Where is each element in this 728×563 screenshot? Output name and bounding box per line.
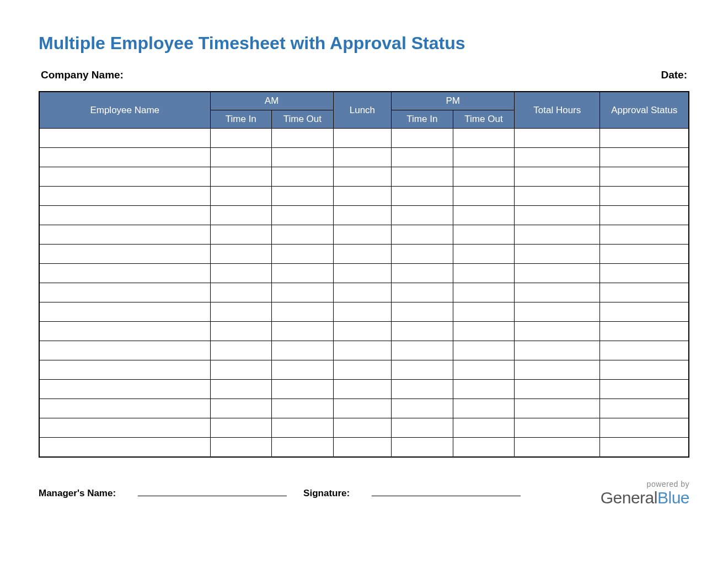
table-cell[interactable] <box>272 341 334 360</box>
table-cell[interactable] <box>333 283 391 302</box>
table-cell[interactable] <box>333 380 391 399</box>
table-cell[interactable] <box>600 360 689 380</box>
table-cell[interactable] <box>210 322 272 341</box>
table-cell[interactable] <box>333 264 391 283</box>
table-cell[interactable] <box>333 167 391 187</box>
table-cell[interactable] <box>600 245 689 264</box>
table-cell[interactable] <box>600 302 689 322</box>
table-cell[interactable] <box>600 264 689 283</box>
table-cell[interactable] <box>453 225 515 245</box>
table-cell[interactable] <box>600 148 689 167</box>
table-cell[interactable] <box>515 302 600 322</box>
table-cell[interactable] <box>333 206 391 225</box>
table-cell[interactable] <box>515 206 600 225</box>
table-cell[interactable] <box>39 129 210 148</box>
table-cell[interactable] <box>333 418 391 438</box>
table-cell[interactable] <box>515 341 600 360</box>
table-cell[interactable] <box>515 438 600 457</box>
table-cell[interactable] <box>453 341 515 360</box>
table-cell[interactable] <box>453 129 515 148</box>
table-cell[interactable] <box>392 225 453 245</box>
table-cell[interactable] <box>210 148 272 167</box>
table-cell[interactable] <box>392 360 453 380</box>
table-cell[interactable] <box>600 206 689 225</box>
signature-line[interactable] <box>372 480 521 496</box>
table-cell[interactable] <box>392 438 453 457</box>
table-cell[interactable] <box>515 264 600 283</box>
table-cell[interactable] <box>210 283 272 302</box>
table-cell[interactable] <box>392 167 453 187</box>
table-cell[interactable] <box>210 438 272 457</box>
table-cell[interactable] <box>600 341 689 360</box>
table-cell[interactable] <box>39 264 210 283</box>
table-cell[interactable] <box>333 302 391 322</box>
table-cell[interactable] <box>272 167 334 187</box>
table-cell[interactable] <box>515 167 600 187</box>
manager-name-line[interactable] <box>138 480 287 496</box>
table-cell[interactable] <box>453 418 515 438</box>
table-cell[interactable] <box>210 187 272 206</box>
table-cell[interactable] <box>515 225 600 245</box>
table-cell[interactable] <box>39 225 210 245</box>
table-cell[interactable] <box>272 225 334 245</box>
table-cell[interactable] <box>39 380 210 399</box>
table-cell[interactable] <box>39 399 210 418</box>
table-cell[interactable] <box>39 302 210 322</box>
table-cell[interactable] <box>453 264 515 283</box>
table-cell[interactable] <box>453 399 515 418</box>
table-cell[interactable] <box>210 341 272 360</box>
table-cell[interactable] <box>210 399 272 418</box>
table-cell[interactable] <box>333 341 391 360</box>
table-cell[interactable] <box>272 418 334 438</box>
table-cell[interactable] <box>210 129 272 148</box>
table-cell[interactable] <box>600 129 689 148</box>
table-cell[interactable] <box>333 438 391 457</box>
table-cell[interactable] <box>515 322 600 341</box>
table-cell[interactable] <box>333 187 391 206</box>
table-cell[interactable] <box>392 380 453 399</box>
table-cell[interactable] <box>392 148 453 167</box>
table-cell[interactable] <box>392 302 453 322</box>
table-cell[interactable] <box>453 438 515 457</box>
table-cell[interactable] <box>453 206 515 225</box>
table-cell[interactable] <box>272 322 334 341</box>
table-cell[interactable] <box>515 399 600 418</box>
table-cell[interactable] <box>453 302 515 322</box>
table-cell[interactable] <box>39 245 210 264</box>
table-cell[interactable] <box>600 283 689 302</box>
table-cell[interactable] <box>453 187 515 206</box>
table-cell[interactable] <box>210 264 272 283</box>
table-cell[interactable] <box>210 167 272 187</box>
table-cell[interactable] <box>272 129 334 148</box>
table-cell[interactable] <box>600 225 689 245</box>
table-cell[interactable] <box>272 187 334 206</box>
table-cell[interactable] <box>210 360 272 380</box>
table-cell[interactable] <box>515 283 600 302</box>
table-cell[interactable] <box>272 148 334 167</box>
table-cell[interactable] <box>210 380 272 399</box>
table-cell[interactable] <box>515 380 600 399</box>
table-cell[interactable] <box>272 302 334 322</box>
table-cell[interactable] <box>333 322 391 341</box>
table-cell[interactable] <box>39 418 210 438</box>
table-cell[interactable] <box>210 206 272 225</box>
table-cell[interactable] <box>392 399 453 418</box>
table-cell[interactable] <box>333 399 391 418</box>
table-cell[interactable] <box>515 187 600 206</box>
table-cell[interactable] <box>272 264 334 283</box>
table-cell[interactable] <box>392 245 453 264</box>
table-cell[interactable] <box>515 418 600 438</box>
table-cell[interactable] <box>272 438 334 457</box>
table-cell[interactable] <box>600 380 689 399</box>
table-cell[interactable] <box>392 322 453 341</box>
table-cell[interactable] <box>39 360 210 380</box>
table-cell[interactable] <box>453 283 515 302</box>
table-cell[interactable] <box>392 264 453 283</box>
table-cell[interactable] <box>515 245 600 264</box>
table-cell[interactable] <box>392 187 453 206</box>
table-cell[interactable] <box>39 283 210 302</box>
table-cell[interactable] <box>515 129 600 148</box>
table-cell[interactable] <box>600 167 689 187</box>
table-cell[interactable] <box>453 380 515 399</box>
table-cell[interactable] <box>392 206 453 225</box>
